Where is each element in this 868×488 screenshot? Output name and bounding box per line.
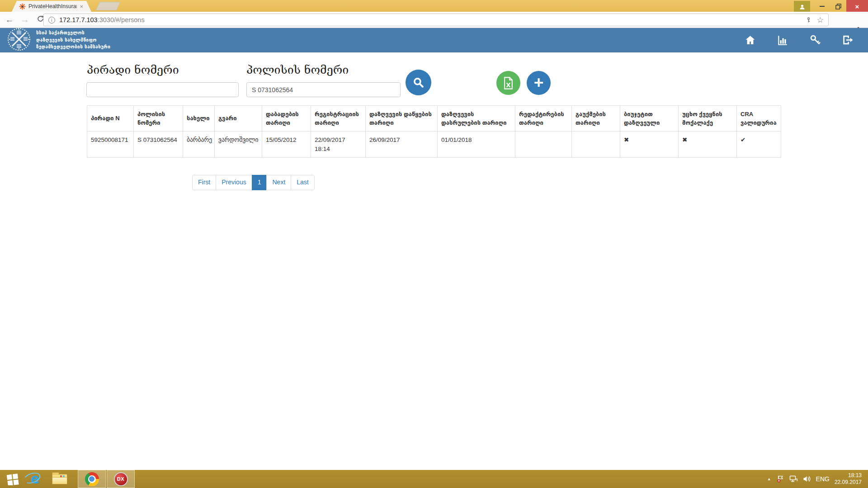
close-window-button[interactable]: × [846,0,868,13]
cell-birth-date: 15/05/2012 [262,131,311,158]
browser-tab-strip: PrivateHealthInsurancePo × × [0,0,868,12]
emblem-icon [7,28,31,51]
folder-file-dot-blue [63,475,65,477]
nav-logout-button[interactable] [842,34,854,46]
password-key-icon[interactable] [806,17,811,23]
browser-toolbar: ← → i 172.17.7.103:3030/#/persons ☆ ⋮ [0,12,868,28]
bar-chart-icon [777,34,788,46]
cell-registration-date: 22/09/2017 18:14 [311,131,366,158]
chrome-taskbar-button[interactable] [78,470,106,488]
tab-close-icon[interactable]: × [80,4,83,9]
pagination-first-button[interactable]: First [192,175,216,190]
window-controls: × [794,0,868,13]
add-person-button[interactable]: + [527,71,551,95]
cell-foreign-citizen-x-icon: ✖ [679,131,737,158]
minimize-icon [820,6,825,7]
start-button[interactable] [3,470,23,488]
org-name-line1: სსიპ საქართველოს [36,29,110,37]
action-center-flag-icon[interactable] [776,475,784,483]
search-button[interactable] [406,70,431,95]
url-text: 172.17.7.103:3030/#/persons [59,16,802,23]
pagination-page-1-button[interactable]: 1 [252,175,267,190]
folder-icon [52,474,67,484]
page-info-icon[interactable]: i [48,17,55,23]
cell-budget-insured-x-icon: ✖ [620,131,679,158]
restore-icon [835,4,841,9]
nav-admin-button[interactable] [809,34,821,46]
volume-icon[interactable] [803,475,811,483]
restore-button[interactable] [830,0,846,13]
persons-page: პირადი ნომერი პოლისის ნომერი + [0,52,868,470]
windows-logo-icon [7,473,19,485]
app-nav [744,34,868,46]
bookmark-star-icon[interactable]: ☆ [817,15,824,25]
col-cra-valid: CRA ვალიდურია [737,106,781,131]
cell-first-name: ბარბარე [183,131,215,158]
internet-explorer-button[interactable]: e [25,470,45,488]
col-first-name: სახელი [183,106,215,131]
table-header-row: პირადი N პოლისის ნომერი სახელი გვარი დაბ… [87,106,781,131]
col-registration-date: რეგისტრაციის თარიღი [311,106,366,131]
excel-file-icon [503,77,514,89]
pagination-next-button[interactable]: Next [266,175,291,190]
org-logo [7,28,31,53]
col-birth-date: დაბადების თარიღი [262,106,311,131]
col-insurance-start-date: დაზღვევის დაწყების თარიღი [366,106,438,131]
org-name-line3: ზედამხედველობის სამსახური [36,43,110,51]
nav-home-button[interactable] [744,34,756,46]
browser-profile-button[interactable] [794,1,810,13]
pagination-last-button[interactable]: Last [291,175,314,190]
new-tab-button[interactable] [96,2,120,10]
policy-number-label: პოლისის ნომერი [246,63,349,76]
col-foreign-citizen: უცხო ქვეყნის მოქალაქე [679,106,737,131]
dx-app-taskbar-button[interactable]: DX [107,470,135,488]
col-insurance-end-date: დაზღვევის დასრულების თარიღი [438,106,515,131]
app-header: სსიპ საქართველოს დაზღვევის სახელმწიფო ზე… [0,28,868,52]
network-icon[interactable] [789,475,798,483]
col-policy-number: პოლისის ნომერი [134,106,183,131]
minimize-button[interactable] [814,0,830,13]
nav-reports-button[interactable] [777,34,788,46]
tab-title: PrivateHealthInsurancePo [28,3,77,9]
file-explorer-button[interactable] [49,470,71,488]
clock-date: 22.09.2017 [835,479,862,486]
taskbar: e DX ▲ [0,470,868,488]
forward-button[interactable]: → [17,15,33,25]
org-name-line2: დაზღვევის სახელმწიფო [36,37,110,44]
folder-file-dot-red [60,475,62,477]
personal-number-label: პირადი ნომერი [87,63,179,76]
url-bar[interactable]: i 172.17.7.103:3030/#/persons ☆ [43,14,829,26]
favicon-asterisk-icon [19,3,26,10]
personal-number-input[interactable] [86,82,239,97]
cell-cra-valid-check-icon: ✔ [737,131,781,158]
cell-insurance-end-date: 01/01/2018 [438,131,515,158]
cell-edit-date [515,131,572,158]
cell-cancel-date [572,131,620,158]
browser-tab[interactable]: PrivateHealthInsurancePo × [12,1,91,12]
url-host: 172.17.7.103 [59,16,98,23]
col-edit-date: რედაქტირების თარიღი [515,106,572,131]
clock-time: 18:13 [835,472,862,479]
persons-table: პირადი N პოლისის ნომერი სახელი გვარი დაბ… [87,105,781,158]
cell-insurance-start-date: 26/09/2017 [366,131,438,158]
reload-icon [37,15,44,23]
person-icon [799,4,806,10]
table-row[interactable]: 59250008171 S 0731062564 ბარბარე ვარდოშვ… [87,131,781,158]
plus-icon: + [534,74,544,91]
home-icon [745,34,756,46]
sign-out-icon [842,34,854,46]
urlbar-right-icons: ☆ [806,15,824,25]
screen: PrivateHealthInsurancePo × × ← → [0,0,868,488]
system-tray: ▲ [767,470,868,488]
dx-app-icon: DX [114,472,128,486]
clock[interactable]: 18:13 22.09.2017 [835,472,862,486]
export-excel-button[interactable] [496,71,520,95]
pagination: First Previous 1 Next Last [192,175,315,190]
language-indicator[interactable]: ENG [816,475,830,483]
policy-number-input[interactable] [246,82,401,97]
cell-policy-number: S 0731062564 [134,131,183,158]
pagination-previous-button[interactable]: Previous [216,175,252,190]
show-hidden-icons-button[interactable]: ▲ [767,477,771,481]
chrome-icon [85,472,99,486]
back-button[interactable]: ← [2,15,17,25]
